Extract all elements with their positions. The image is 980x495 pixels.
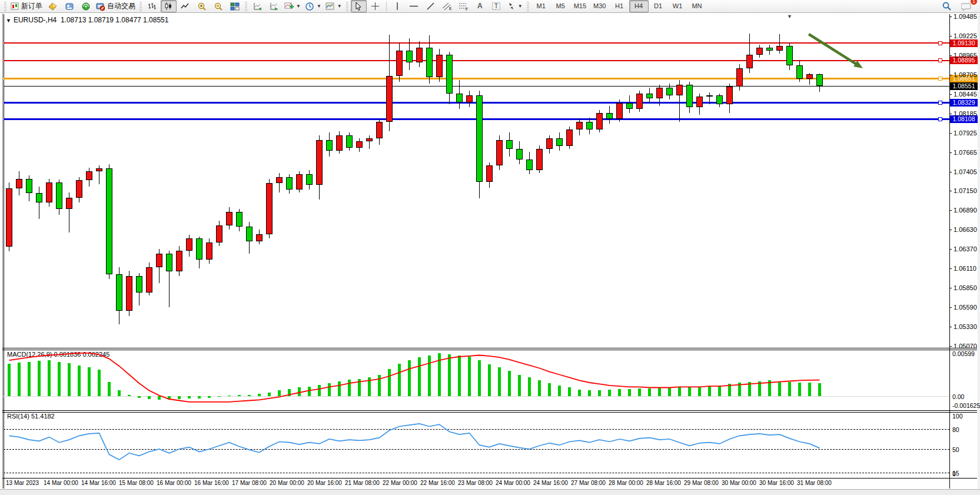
- horizontal-line-button[interactable]: [406, 0, 422, 12]
- y-tick: [949, 55, 952, 56]
- date-label: 21 Mar 08:00: [345, 480, 380, 486]
- market-watch-button[interactable]: [45, 0, 61, 12]
- timeframe-h4[interactable]: H4: [629, 0, 649, 12]
- zoom-in-button[interactable]: [194, 0, 210, 12]
- y-tick: [949, 268, 952, 269]
- candlestick-chart-button[interactable]: [161, 0, 177, 12]
- indicators-button[interactable]: ▼: [283, 0, 303, 12]
- timeframe-m30[interactable]: M30: [590, 0, 609, 12]
- zoom-out-button[interactable]: [210, 0, 226, 12]
- timeframe-m15[interactable]: M15: [570, 0, 590, 12]
- candle-bearish: [556, 138, 563, 146]
- indicators-icon: [284, 2, 294, 11]
- candle-bullish: [96, 168, 102, 171]
- macd-histogram-bar: [728, 384, 731, 396]
- y-tick: [949, 16, 952, 17]
- candle-bullish: [496, 140, 503, 165]
- macd-histogram-bar: [368, 377, 371, 396]
- new-order-icon: [11, 2, 19, 11]
- candle-bearish: [816, 74, 823, 87]
- text-label-button[interactable]: T: [489, 0, 504, 12]
- data-window-button[interactable]: [61, 0, 77, 12]
- candle-bullish: [736, 68, 743, 86]
- candle-bullish: [6, 188, 12, 247]
- line-handle[interactable]: [938, 41, 942, 45]
- vertical-line-button[interactable]: [390, 0, 406, 12]
- chat-button[interactable]: 1: [958, 0, 974, 12]
- periods-button[interactable]: ▼: [303, 0, 323, 12]
- macd-histogram-bar: [528, 377, 531, 396]
- line-handle[interactable]: [938, 58, 942, 62]
- candle-bearish: [456, 94, 463, 102]
- candle-bearish: [586, 122, 593, 129]
- chat-badge: 1: [970, 0, 978, 5]
- toolbar-grip: [139, 2, 142, 11]
- splitter-main-macd[interactable]: [2, 350, 977, 350]
- equidistant-channel-button[interactable]: E: [439, 0, 455, 12]
- timeframe-w1[interactable]: W1: [668, 0, 687, 12]
- timeframe-mn[interactable]: MN: [687, 0, 707, 12]
- bar-chart-button[interactable]: [144, 0, 160, 12]
- text-button[interactable]: A: [472, 0, 488, 12]
- templates-button[interactable]: ▼: [324, 0, 344, 12]
- y-tick-label: 1.09225: [954, 32, 977, 39]
- trend-arrow-annotation[interactable]: [809, 34, 863, 68]
- line-handle[interactable]: [938, 117, 942, 121]
- macd-histogram-bar: [658, 387, 661, 396]
- new-order-button[interactable]: 新订单: [9, 0, 44, 12]
- splitter-macd-rsi[interactable]: [2, 412, 977, 413]
- chart-shift-marker[interactable]: ▼: [787, 14, 792, 19]
- timeframe-d1[interactable]: D1: [649, 0, 668, 12]
- line-chart-button[interactable]: [177, 0, 193, 12]
- macd-histogram-bar: [148, 396, 151, 399]
- candle-bearish: [446, 55, 453, 94]
- candle-bullish: [66, 198, 72, 209]
- navigator-icon: [81, 2, 91, 11]
- y-tick-label: 1.06110: [954, 265, 976, 272]
- search-button[interactable]: [939, 0, 955, 12]
- timeframe-m5[interactable]: M5: [551, 0, 570, 12]
- candle-bearish: [766, 48, 773, 51]
- candle-bullish: [76, 180, 82, 197]
- timeframe-h1[interactable]: H1: [610, 0, 629, 12]
- macd-histogram-bar: [68, 363, 71, 396]
- arrows-button[interactable]: ▼: [505, 0, 524, 12]
- chart-shift-button[interactable]: [266, 0, 282, 12]
- crosshair-button[interactable]: [367, 0, 383, 12]
- cursor-button[interactable]: [351, 0, 367, 12]
- splitter-macd-rsi[interactable]: [2, 410, 977, 411]
- candle-bearish: [136, 276, 142, 293]
- date-label: 14 Mar 00:00: [44, 480, 78, 486]
- price-tag: 1.08329: [950, 99, 978, 107]
- rsi-level-line: [4, 473, 949, 473]
- trendline-button[interactable]: [423, 0, 438, 12]
- y-tick: [949, 114, 952, 114]
- symbol-period-label: EURUSD-,H4: [14, 16, 57, 24]
- y-tick: [949, 210, 952, 211]
- line-handle[interactable]: [938, 77, 942, 81]
- macd-histogram-bar: [98, 370, 101, 396]
- autotrading-button[interactable]: 自动交易: [94, 0, 137, 12]
- date-label: 13 Mar 2023: [6, 480, 39, 486]
- horizontal-line-object[interactable]: [4, 60, 949, 61]
- candle-bearish: [286, 177, 293, 189]
- tile-windows-button[interactable]: [227, 0, 242, 12]
- macd-histogram-bar: [608, 390, 611, 396]
- autotrading-icon: [96, 2, 105, 11]
- macd-histogram-bar: [268, 393, 271, 396]
- navigator-button[interactable]: [78, 0, 94, 12]
- candle-bullish: [566, 129, 573, 146]
- time-axis-border: [2, 478, 977, 479]
- line-handle[interactable]: [938, 101, 942, 105]
- splitter-main-macd[interactable]: [2, 348, 977, 348]
- cursor-icon: [354, 2, 363, 11]
- horizontal-line-object[interactable]: [4, 42, 949, 44]
- fibonacci-button[interactable]: F: [456, 0, 471, 12]
- candle-bearish: [786, 46, 793, 65]
- candle-bullish: [336, 135, 343, 150]
- macd-histogram-bar: [788, 382, 791, 396]
- macd-zero-line: [4, 396, 949, 397]
- timeframe-m1[interactable]: M1: [531, 0, 551, 12]
- auto-scroll-button[interactable]: [250, 0, 265, 12]
- macd-histogram-bar: [818, 383, 821, 396]
